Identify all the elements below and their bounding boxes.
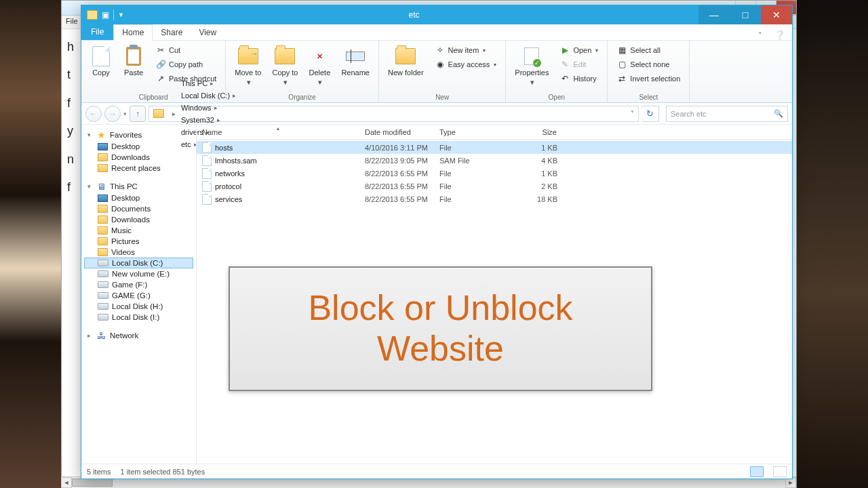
edit-button[interactable]: ✎Edit <box>556 58 601 71</box>
help-icon[interactable]: ❔ <box>768 30 792 40</box>
refresh-button[interactable]: ↻ <box>642 106 659 122</box>
nav-item[interactable]: Pictures <box>84 236 193 247</box>
file-row[interactable]: hosts 4/10/2016 3:11 PM File 1 KB <box>197 141 792 154</box>
tab-share[interactable]: Share <box>153 25 191 40</box>
file-row[interactable]: protocol 8/22/2013 6:55 PM File 2 KB <box>197 180 792 192</box>
history-icon: ↶ <box>559 73 570 84</box>
nav-item[interactable]: Music <box>84 225 193 236</box>
nav-item[interactable]: Recent places <box>84 163 193 174</box>
scroll-thumb[interactable] <box>72 479 113 487</box>
breadcrumb[interactable]: ▸ This PC▸Local Disk (C:)▸Windows▸System… <box>149 106 639 122</box>
recent-locations-icon[interactable]: ▾ <box>123 110 127 117</box>
nav-item[interactable]: Game (F:) <box>84 279 193 290</box>
column-headers: ▴Name Date modified Type Size <box>197 125 792 140</box>
ribbon-tabs: File Home Share View ˄ ❔ <box>81 24 792 41</box>
nav-icon <box>98 153 108 161</box>
view-details-button[interactable] <box>750 466 764 477</box>
file-icon <box>202 142 212 153</box>
up-button[interactable]: ↑ <box>130 106 146 122</box>
address-dropdown-icon[interactable]: ˅ <box>627 110 638 117</box>
col-type[interactable]: Type <box>434 126 509 138</box>
back-button[interactable]: ← <box>85 106 102 122</box>
nav-icon <box>98 205 108 213</box>
search-icon: 🔍 <box>774 109 783 118</box>
crumb-3[interactable]: System32▸ <box>178 114 239 126</box>
ribbon-group-select: ▦Select all ▢Select none ⇄Invert selecti… <box>608 41 690 102</box>
tab-view[interactable]: View <box>191 25 224 40</box>
history-button[interactable]: ↶History <box>556 72 601 85</box>
nav-item[interactable]: Desktop <box>84 141 193 152</box>
copy-to-button[interactable]: Copy to▾ <box>269 43 301 88</box>
maximize-button[interactable]: □ <box>730 5 761 24</box>
overlay-banner: Block or Unblock Website <box>229 266 652 391</box>
ribbon-group-open: Properties▾ ▶Open▾ ✎Edit ↶History Open <box>506 41 608 102</box>
nav-item[interactable]: GAME (G:) <box>84 290 193 301</box>
new-item-button[interactable]: ✧New item▾ <box>431 43 500 57</box>
nav-network[interactable]: ▸🖧Network <box>84 329 193 342</box>
open-button[interactable]: ▶Open▾ <box>556 43 601 57</box>
easy-access-button[interactable]: ◉Easy access▾ <box>431 58 500 71</box>
nav-item[interactable]: Videos <box>84 247 193 258</box>
crumb-1[interactable]: Local Disk (C:)▸ <box>178 89 239 102</box>
access-icon: ◉ <box>435 59 446 70</box>
search-input[interactable]: Search etc 🔍 <box>666 106 788 122</box>
invert-selection-button[interactable]: ⇄Invert selection <box>613 72 684 85</box>
nav-icon <box>98 270 108 277</box>
network-icon: 🖧 <box>96 331 106 340</box>
select-none-button[interactable]: ▢Select none <box>613 58 684 71</box>
nav-item[interactable]: New volume (E:) <box>84 268 193 279</box>
tab-file[interactable]: File <box>81 24 113 40</box>
qat-props-icon[interactable]: ▣ <box>102 10 109 20</box>
nav-icon <box>98 216 108 224</box>
crumb-2[interactable]: Windows▸ <box>178 102 239 114</box>
titlebar[interactable]: ▣ ▼ etc — □ ✕ <box>81 5 792 24</box>
window-title: etc <box>130 10 698 20</box>
nav-item[interactable]: Documents <box>84 203 193 214</box>
cut-button[interactable]: ✂Cut <box>152 43 220 57</box>
desktop-sliver-right <box>797 0 868 488</box>
qat-dropdown-icon[interactable]: ▼ <box>118 12 124 18</box>
col-date[interactable]: Date modified <box>359 126 434 138</box>
new-folder-button[interactable]: New folder <box>384 43 427 79</box>
pc-icon: 🖥 <box>96 182 106 191</box>
file-row[interactable]: lmhosts.sam 8/22/2013 9:05 PM SAM File 4… <box>197 154 792 167</box>
col-size[interactable]: Size <box>509 126 563 138</box>
forward-button[interactable]: → <box>104 106 121 122</box>
minimize-button[interactable]: — <box>698 5 730 24</box>
file-icon <box>202 181 212 192</box>
nav-icon <box>98 281 108 288</box>
close-button[interactable]: ✕ <box>761 5 792 24</box>
view-large-button[interactable] <box>773 466 787 477</box>
nav-item[interactable]: Local Disk (I:) <box>84 312 193 323</box>
sparkle-icon: ✧ <box>435 45 446 56</box>
nav-icon <box>98 164 108 172</box>
properties-button[interactable]: Properties▾ <box>511 43 552 88</box>
delete-button[interactable]: ✕Delete▾ <box>305 43 334 88</box>
nav-icon <box>98 314 108 321</box>
nav-item[interactable]: Downloads <box>84 214 193 225</box>
nav-icon <box>98 260 108 266</box>
file-row[interactable]: services 8/22/2013 6:55 PM File 18 KB <box>197 192 792 205</box>
copy-path-button[interactable]: 🔗Copy path <box>152 58 220 71</box>
tab-home[interactable]: Home <box>113 24 153 41</box>
nav-item[interactable]: Local Disk (H:) <box>84 301 193 312</box>
paste-button[interactable]: Paste <box>119 43 148 79</box>
nav-this-pc[interactable]: ▾🖥This PC <box>84 180 193 192</box>
nav-item[interactable]: Downloads <box>84 152 193 163</box>
nav-item[interactable]: Local Disk (C:) <box>84 258 193 268</box>
nav-icon <box>98 237 108 245</box>
open-icon: ▶ <box>559 45 570 56</box>
rename-button[interactable]: Rename <box>338 43 373 79</box>
navigation-pane[interactable]: ▾★Favorites DesktopDownloadsRecent place… <box>81 125 197 464</box>
copy-button[interactable]: Copy <box>87 43 115 79</box>
ribbon-collapse-icon[interactable]: ˄ <box>753 31 768 40</box>
nav-favorites[interactable]: ▾★Favorites <box>84 129 193 141</box>
crumb-root[interactable]: ▸ <box>167 108 178 119</box>
col-name[interactable]: ▴Name <box>197 126 359 138</box>
file-row[interactable]: networks 8/22/2013 6:55 PM File 1 KB <box>197 167 792 180</box>
scroll-left-icon[interactable]: ◄ <box>61 477 72 488</box>
file-icon <box>202 155 212 166</box>
crumb-0[interactable]: This PC▸ <box>178 77 239 89</box>
nav-item[interactable]: Desktop <box>84 192 193 203</box>
select-all-button[interactable]: ▦Select all <box>613 43 684 57</box>
